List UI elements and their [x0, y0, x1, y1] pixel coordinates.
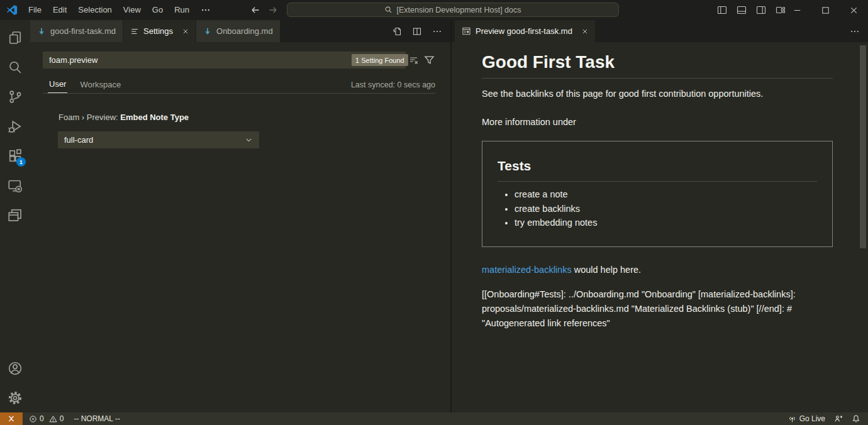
command-center-search[interactable]: [Extension Development Host] docs	[287, 3, 619, 17]
tab-good-first-task[interactable]: good-first-task.md	[30, 20, 123, 42]
minimize-button[interactable]	[783, 0, 811, 20]
setting-title-name: Embed Note Type	[120, 113, 189, 122]
notifications-bell-icon[interactable]	[852, 414, 860, 423]
menu-file[interactable]: File	[23, 0, 47, 20]
preview-heading: Good First Task	[482, 52, 833, 79]
debug-icon	[8, 119, 23, 134]
back-arrow-icon[interactable]	[250, 5, 260, 15]
settings-sliders-icon	[130, 27, 139, 36]
list-item: create a note	[515, 190, 817, 199]
list-item: try embedding notes	[515, 218, 817, 228]
more-actions-icon[interactable]	[432, 26, 442, 36]
close-window-button[interactable]	[840, 0, 868, 20]
menu-selection[interactable]: Selection	[72, 0, 117, 20]
setting-title: Foam › Preview: Embed Note Type	[58, 113, 189, 122]
broadcast-icon	[788, 415, 796, 423]
history-navigation	[250, 0, 278, 20]
error-icon	[29, 415, 37, 423]
last-synced-label: Last synced: 0 secs ago	[351, 80, 435, 93]
close-tab-icon[interactable]	[582, 28, 588, 35]
tab-settings[interactable]: Settings	[123, 20, 196, 42]
toggle-panel-icon[interactable]	[737, 5, 747, 15]
dropdown-value: full-card	[64, 135, 93, 145]
menu-go[interactable]: Go	[147, 0, 169, 20]
markdown-file-icon	[203, 27, 212, 36]
tab-label: Onboarding.md	[216, 26, 273, 36]
account-icon	[8, 361, 23, 376]
vscode-window: { "titlebar": { "menu": { "items": ["Fil…	[0, 0, 868, 425]
editor-actions-left	[392, 20, 450, 42]
tabbar-left: good-first-task.md Settings Onboarding.m…	[30, 20, 450, 42]
materialized-backlinks-link[interactable]: materialized-backlinks	[482, 265, 572, 275]
search-icon	[384, 6, 392, 14]
command-center-label: [Extension Development Host] docs	[396, 6, 521, 14]
go-live-label: Go Live	[799, 414, 825, 423]
stacked-windows-icon	[8, 207, 23, 223]
menu-edit[interactable]: Edit	[47, 0, 72, 20]
manage-settings-button[interactable]	[0, 383, 30, 412]
embed-note-type-dropdown[interactable]: full-card	[58, 131, 259, 148]
activity-bar: 1	[0, 20, 30, 412]
accounts-button[interactable]	[0, 353, 30, 383]
markdown-file-icon	[37, 27, 46, 36]
preview-link-paragraph: materialized-backlinks would help here.	[482, 263, 833, 277]
remote-indicator[interactable]	[0, 412, 23, 425]
settings-results-badge: 1 Setting Found	[352, 54, 408, 66]
source-control-icon	[8, 89, 23, 104]
go-live-button[interactable]: Go Live	[788, 414, 825, 423]
gear-icon	[8, 390, 23, 406]
chevron-down-icon	[245, 136, 253, 144]
setting-title-prefix: Foam › Preview:	[58, 113, 120, 122]
panels-view-button[interactable]	[0, 200, 30, 229]
editor-group-right: Preview good-first-task.md Good First Ta…	[450, 20, 868, 412]
close-tab-icon[interactable]	[182, 28, 189, 35]
error-count: 0	[40, 414, 44, 423]
tab-preview-good-first-task[interactable]: Preview good-first-task.md	[455, 20, 596, 42]
remote-explorer-view-button[interactable]	[0, 170, 30, 200]
filter-settings-icon[interactable]	[424, 55, 435, 65]
explorer-view-button[interactable]	[0, 23, 30, 52]
tab-label: Preview good-first-task.md	[476, 26, 572, 36]
source-control-view-button[interactable]	[0, 82, 30, 111]
preview-paragraph: More information under	[482, 116, 833, 129]
remote-explorer-icon	[8, 178, 23, 193]
run-debug-view-button[interactable]	[0, 111, 30, 141]
maximize-button[interactable]	[811, 0, 840, 20]
preview-content: Good First Task See the backlinks of thi…	[482, 42, 833, 331]
toggle-secondary-sidebar-icon[interactable]	[756, 5, 766, 15]
layout-controls	[717, 0, 786, 20]
scrollbar-thumb[interactable]	[860, 45, 866, 248]
more-actions-icon[interactable]	[850, 26, 860, 36]
preview-paragraph: See the backlinks of this page for good …	[482, 87, 833, 101]
settings-separator	[43, 93, 435, 94]
link-references-paragraph: [[Onboarding#Tests]: ../Onboarding.md "O…	[482, 287, 833, 331]
tab-onboarding[interactable]: Onboarding.md	[196, 20, 281, 42]
titlebar: File Edit Selection View Go Run [Extensi…	[0, 0, 868, 20]
tab-label: Settings	[143, 26, 173, 36]
warning-icon	[49, 415, 57, 423]
menu-overflow-icon[interactable]	[195, 0, 216, 20]
tab-label: good-first-task.md	[50, 26, 116, 36]
link-suffix-text: would help here.	[572, 265, 641, 275]
problems-status[interactable]: 0 0	[29, 414, 66, 423]
embedded-note-heading: Tests	[498, 158, 817, 182]
split-editor-icon[interactable]	[412, 26, 422, 36]
remote-icon	[7, 414, 16, 423]
clear-settings-search-icon[interactable]	[409, 55, 419, 65]
menu-run[interactable]: Run	[169, 0, 195, 20]
markdown-preview: Good First Task See the backlinks of thi…	[452, 42, 868, 412]
scope-tab-user[interactable]: User	[48, 79, 67, 93]
status-bar: 0 0 -- NORMAL -- Go Live	[0, 412, 868, 425]
extensions-view-button[interactable]: 1	[0, 141, 30, 170]
open-settings-json-icon[interactable]	[392, 26, 402, 36]
live-share-icon[interactable]	[834, 414, 843, 423]
menu-view[interactable]: View	[118, 0, 147, 20]
vim-mode-indicator[interactable]: -- NORMAL --	[74, 414, 120, 423]
reference-line: "Autogenerated link references"	[482, 316, 833, 331]
forward-arrow-icon[interactable]	[268, 5, 278, 15]
search-view-button[interactable]	[0, 52, 30, 82]
extensions-badge: 1	[16, 157, 26, 167]
scope-tab-workspace[interactable]: Workspace	[79, 80, 122, 93]
toggle-primary-sidebar-icon[interactable]	[717, 5, 727, 15]
menubar: File Edit Selection View Go Run	[23, 0, 216, 20]
